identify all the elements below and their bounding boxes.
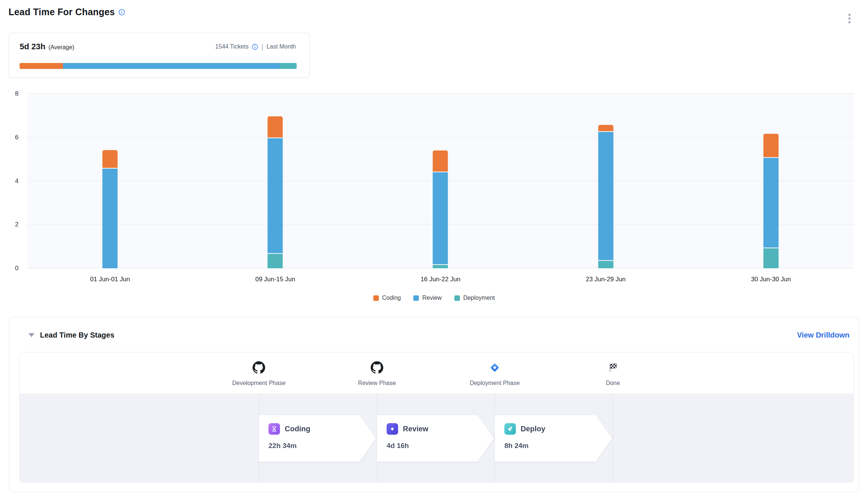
bar-stack-01 Jun-01 Jun (103, 94, 118, 268)
legend-swatch-deployment (454, 295, 460, 301)
github-icon (371, 361, 383, 375)
summary-bar-segment-deployment (280, 63, 297, 69)
page-header: Lead Time For Changes (9, 7, 125, 17)
stage-column-label: Development Phase (232, 380, 286, 386)
stage-column-deployment-phase: Deployment Phase (450, 352, 539, 386)
legend-swatch-coding (373, 295, 379, 301)
tickets-count: 1544 Tickets (215, 43, 248, 50)
bar-segment-coding[interactable] (598, 125, 613, 131)
bar-segment-coding[interactable] (103, 150, 118, 168)
stage-card-duration: 22h 34m (268, 442, 376, 450)
view-drilldown-link[interactable]: View Drilldown (797, 331, 849, 339)
legend-item-coding[interactable]: Coding (373, 295, 401, 301)
lead-time-by-stages-card: Lead Time By Stages View Drilldown Devel… (9, 317, 859, 492)
legend-label: Review (422, 295, 441, 301)
summary-card: 5d 23h (Average) 1544 Tickets | Last Mon… (9, 33, 310, 78)
summary-bar-segment-review (63, 63, 280, 69)
chart-plot (27, 94, 854, 268)
x-tick-label: 01 Jun-01 Jun (90, 276, 130, 283)
chart-y-axis: 02468 (0, 94, 19, 268)
tickets-info-icon[interactable] (252, 44, 258, 50)
stages-title: Lead Time By Stages (40, 331, 114, 339)
x-tick-label: 30 Jun-30 Jun (751, 276, 791, 283)
y-tick-label: 0 (15, 265, 19, 272)
separator: | (261, 43, 263, 51)
diamond-icon (387, 423, 398, 435)
page-title: Lead Time For Changes (9, 7, 115, 17)
hourglass-icon (268, 423, 280, 435)
column-divider (613, 394, 613, 482)
stages-table-header: Development PhaseReview PhaseDeployment … (20, 352, 854, 394)
bar-slot (358, 94, 523, 268)
bar-segment-review[interactable] (598, 132, 613, 260)
bar-slot (193, 94, 358, 268)
stages-table-body: Coding22h 34mReview4d 16hDeploy8h 24m (20, 394, 854, 482)
stage-card-name: Coding (285, 425, 310, 433)
average-lead-time-value: 5d 23h (20, 42, 46, 52)
bar-segment-coding[interactable] (268, 116, 283, 137)
stage-card-deploy[interactable]: Deploy8h 24m (495, 415, 612, 462)
stage-card-duration: 4d 16h (387, 442, 494, 450)
stage-column-done: Done (568, 352, 657, 386)
x-tick-label: 23 Jun-29 Jun (586, 276, 626, 283)
bar-segment-coding[interactable] (433, 150, 448, 172)
legend-item-review[interactable]: Review (413, 295, 441, 301)
legend-label: Coding (382, 295, 401, 301)
rocket-icon (504, 423, 516, 435)
bar-segment-deployment[interactable] (433, 265, 448, 268)
bar-segment-review[interactable] (103, 169, 118, 268)
info-icon[interactable] (118, 9, 125, 16)
bar-slot (523, 94, 688, 268)
caret-down-icon[interactable] (29, 333, 34, 337)
stage-column-development-phase: Development Phase (214, 352, 303, 386)
y-tick-label: 6 (15, 134, 19, 141)
stage-column-label: Done (606, 380, 620, 386)
bar-stack-16 Jun-22 Jun (433, 94, 448, 268)
summary-progress-bar (20, 63, 297, 69)
bar-slot (688, 94, 854, 268)
bar-segment-deployment[interactable] (763, 248, 778, 268)
bar-slot (27, 94, 193, 268)
bar-segment-review[interactable] (268, 138, 283, 253)
stages-table: Development PhaseReview PhaseDeployment … (19, 352, 854, 482)
bar-stack-30 Jun-30 Jun (763, 94, 778, 268)
bar-stack-09 Jun-15 Jun (268, 94, 283, 268)
legend-swatch-review (413, 295, 419, 301)
y-tick-label: 2 (15, 221, 19, 228)
stage-column-label: Deployment Phase (470, 380, 520, 386)
stage-card-review[interactable]: Review4d 16h (377, 415, 494, 462)
bar-segment-review[interactable] (433, 172, 448, 264)
stage-card-name: Review (403, 425, 428, 433)
legend-item-deployment[interactable]: Deployment (454, 295, 495, 301)
y-tick-label: 4 (15, 177, 19, 185)
stage-card-coding[interactable]: Coding22h 34m (259, 415, 376, 462)
summary-bar-segment-coding (20, 63, 63, 69)
legend-label: Deployment (463, 295, 495, 301)
average-label: (Average) (49, 44, 74, 51)
github-icon (253, 361, 265, 375)
bar-segment-deployment[interactable] (598, 261, 613, 268)
kebab-menu-icon[interactable] (847, 12, 852, 25)
stage-column-label: Review Phase (358, 380, 396, 386)
bar-segment-coding[interactable] (763, 134, 778, 157)
stages-header: Lead Time By Stages View Drilldown (29, 327, 849, 343)
checkered-flag-icon (607, 361, 618, 375)
bar-segment-review[interactable] (763, 158, 778, 248)
stage-card-name: Deploy (521, 425, 545, 433)
chart-x-axis: 01 Jun-01 Jun09 Jun-15 Jun16 Jun-22 Jun2… (27, 276, 854, 285)
y-tick-label: 8 (15, 90, 19, 97)
stage-card-duration: 8h 24m (504, 442, 612, 450)
jira-icon (488, 361, 501, 375)
period-label: Last Month (267, 43, 296, 50)
x-tick-label: 09 Jun-15 Jun (255, 276, 295, 283)
stage-column-review-phase: Review Phase (333, 352, 421, 386)
x-tick-label: 16 Jun-22 Jun (421, 276, 461, 283)
chart-legend: CodingReviewDeployment (0, 295, 868, 301)
bar-stack-23 Jun-29 Jun (598, 94, 613, 268)
bar-segment-deployment[interactable] (268, 254, 283, 268)
